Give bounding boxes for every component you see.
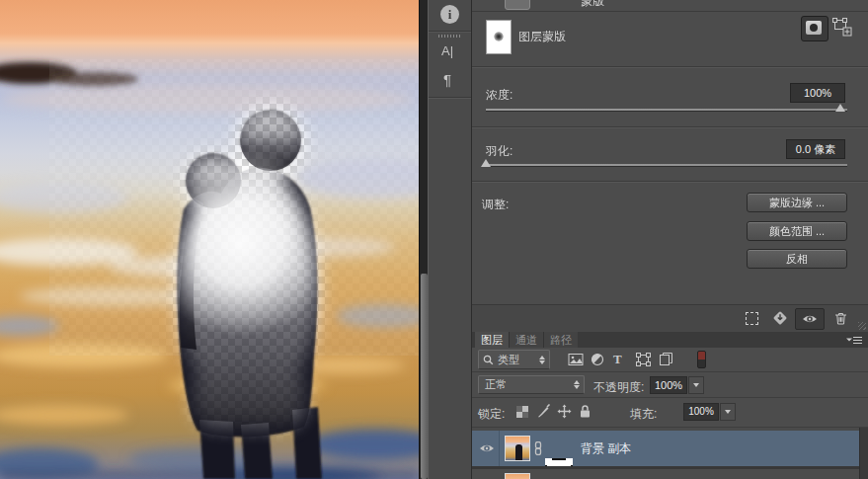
opacity-label: 不透明度: <box>593 379 644 396</box>
opacity-value[interactable]: 100% <box>650 376 687 394</box>
collapsed-panel-strip: i A| ¶ <box>428 0 472 479</box>
filter-toggle-switch[interactable] <box>697 351 706 368</box>
filter-type-dropdown[interactable]: 类型 <box>478 350 550 369</box>
properties-footer-bar <box>472 304 868 332</box>
mask-selected-corner <box>566 458 573 465</box>
chevron-down-icon <box>725 410 731 414</box>
invert-button[interactable]: 反相 <box>747 249 847 269</box>
mask-selected-corner <box>545 458 552 465</box>
filter-type-layers-icon[interactable]: T <box>613 352 622 367</box>
pixel-mask-icon <box>806 21 822 35</box>
updown-arrows-icon <box>574 380 580 389</box>
density-label: 浓度: <box>486 87 513 104</box>
filter-adjustment-layers-icon[interactable] <box>591 353 604 366</box>
vector-mask-button[interactable] <box>831 17 852 38</box>
divider <box>472 126 868 127</box>
layer-thumbnail[interactable] <box>505 436 530 461</box>
chevron-down-icon <box>693 383 699 387</box>
link-icon[interactable] <box>533 441 543 455</box>
tab-layers[interactable]: 图层 <box>475 332 509 348</box>
feather-label: 羽化: <box>486 143 513 160</box>
mask-thumbnail-large[interactable] <box>486 20 512 54</box>
lock-fill-row: 锁定: 填充: 100% <box>472 398 868 428</box>
filter-shape-layers-icon[interactable] <box>636 353 651 366</box>
divider <box>429 31 471 32</box>
mask-visibility-button[interactable] <box>795 308 825 330</box>
panel-tab-label: 蒙版 <box>581 0 604 10</box>
density-slider-track[interactable] <box>486 109 847 111</box>
divider <box>429 97 471 98</box>
divider <box>472 66 868 67</box>
info-icon: i <box>440 5 459 24</box>
divider <box>499 431 500 466</box>
document-canvas[interactable] <box>0 0 419 479</box>
tab-paths[interactable]: 路径 <box>543 332 578 348</box>
layers-panel-tabbar: 图层 通道 路径 <box>472 332 868 348</box>
blend-mode-value: 正常 <box>485 377 507 392</box>
pixel-mask-button[interactable] <box>801 16 829 41</box>
filter-smart-object-icon[interactable] <box>659 352 673 366</box>
divider <box>472 181 868 182</box>
updown-arrows-icon <box>539 356 545 364</box>
layers-scroll-gutter[interactable] <box>859 428 868 479</box>
canvas-image <box>0 0 419 479</box>
density-slider-thumb[interactable] <box>835 104 845 112</box>
opacity-dropdown-button[interactable] <box>688 376 704 394</box>
fill-value[interactable]: 100% <box>683 403 719 421</box>
layer-filter-row: 类型 T <box>472 348 868 372</box>
paragraph-panel-icon[interactable]: ¶ <box>443 71 451 88</box>
scrollbar-thumb[interactable] <box>421 274 428 479</box>
properties-panel-header[interactable]: 蒙版 <box>472 0 868 12</box>
mask-type-label: 图层蒙版 <box>518 29 566 45</box>
fill-dropdown-button[interactable] <box>720 403 736 421</box>
layer-name[interactable]: 背景 副本 <box>581 440 631 457</box>
delete-mask-button[interactable] <box>833 311 848 326</box>
search-icon <box>483 355 494 365</box>
layer-row-selected[interactable]: 背景 副本 <box>472 431 859 466</box>
eye-icon[interactable] <box>479 442 495 454</box>
layer-row-background[interactable] <box>472 469 859 479</box>
canvas-vertical-scrollbar[interactable] <box>419 0 428 479</box>
lock-all-icon[interactable] <box>579 404 592 419</box>
photoshop-window: i A| ¶ 蒙版 图层蒙版 <box>0 0 868 479</box>
mask-dot <box>494 32 504 41</box>
panel-resize-grip[interactable] <box>858 322 866 330</box>
fill-label: 填充: <box>630 406 657 423</box>
vector-mask-icon <box>831 17 852 38</box>
eye-icon <box>802 313 818 325</box>
character-panel-icon[interactable]: A| <box>441 43 453 58</box>
right-panel-column: 蒙版 图层蒙版 浓度: 100% 羽化 <box>472 0 868 479</box>
lock-transparency-icon[interactable] <box>516 406 528 418</box>
load-selection-icon[interactable] <box>746 312 758 325</box>
info-panel-icon[interactable]: i <box>440 5 459 24</box>
feather-value[interactable]: 0.0 像素 <box>786 139 845 159</box>
feather-slider-thumb[interactable] <box>481 159 491 167</box>
lock-paint-icon[interactable] <box>536 404 551 419</box>
layers-list: 背景 副本 <box>472 428 868 479</box>
density-value[interactable]: 100% <box>790 83 845 103</box>
tab-channels[interactable]: 通道 <box>509 332 543 348</box>
blend-opacity-row: 正常 不透明度: 100% <box>472 372 868 398</box>
panel-menu-button[interactable] <box>846 336 862 345</box>
lock-label: 锁定: <box>478 406 505 423</box>
trash-icon <box>833 311 848 326</box>
apply-mask-icon[interactable] <box>770 308 790 328</box>
color-range-button[interactable]: 颜色范围 ... <box>747 221 847 241</box>
mask-edge-button[interactable]: 蒙版边缘 ... <box>747 193 847 212</box>
filter-type-label: 类型 <box>498 353 519 367</box>
blend-mode-dropdown[interactable]: 正常 <box>478 375 585 394</box>
feather-slider-track[interactable] <box>486 164 847 166</box>
panel-grip[interactable] <box>438 35 462 38</box>
lock-position-icon[interactable] <box>557 404 572 419</box>
panel-menu-icon <box>846 336 862 345</box>
layer-thumbnail <box>505 473 530 479</box>
filter-pixel-layers-icon[interactable] <box>568 353 584 366</box>
adjust-label: 调整: <box>482 197 509 213</box>
mask-panel-icon <box>505 0 530 10</box>
